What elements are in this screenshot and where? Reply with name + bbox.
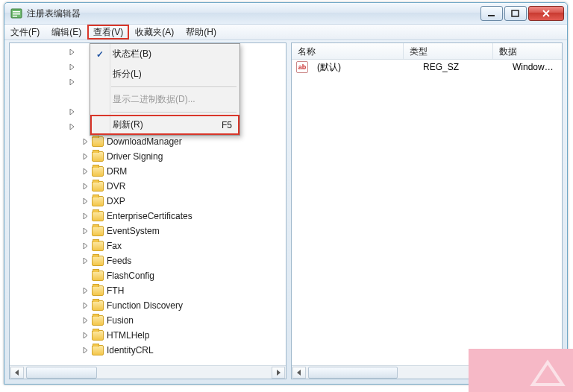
expand-arrow-icon[interactable] — [81, 301, 90, 310]
tree-item[interactable]: DXP — [10, 194, 286, 209]
tree-item[interactable]: DRM — [10, 164, 286, 179]
folder-icon — [92, 181, 104, 192]
expand-arrow-icon[interactable] — [68, 63, 77, 72]
tree-item-label: Feeds — [107, 256, 131, 266]
expand-arrow-icon[interactable] — [81, 167, 90, 176]
tree-item[interactable]: FTH — [10, 283, 286, 298]
expand-arrow-icon[interactable] — [81, 152, 90, 161]
menu-refresh[interactable]: 刷新(R) F5 — [90, 115, 239, 135]
tree-view[interactable]: DownloadManager Driver Signing DRM DVR D… — [10, 43, 286, 365]
tree-item[interactable]: Fax — [10, 238, 286, 253]
expand-arrow-icon[interactable] — [68, 107, 77, 116]
menu-view[interactable]: 查看(V) — [87, 25, 129, 39]
tree-item-label: EventSystem — [107, 226, 160, 236]
scroll-thumb[interactable] — [308, 367, 398, 379]
folder-icon — [92, 241, 104, 251]
regedit-app-icon — [10, 7, 22, 19]
expand-arrow-icon[interactable] — [81, 256, 90, 265]
expand-arrow-icon[interactable] — [81, 197, 90, 206]
folder-icon — [92, 345, 104, 355]
tree-item[interactable]: DownloadManager — [10, 134, 286, 149]
folder-icon — [92, 300, 104, 311]
column-header-data[interactable]: 数据 — [493, 43, 562, 59]
expand-arrow-icon[interactable] — [81, 137, 90, 146]
tree-item[interactable]: Function Discovery — [10, 298, 286, 313]
list-body[interactable]: ab (默认) REG_SZ Windows Med — [292, 60, 562, 365]
list-row[interactable]: ab (默认) REG_SZ Windows Med — [292, 60, 562, 75]
scroll-left-button[interactable] — [292, 367, 306, 379]
menu-favorites[interactable]: 收藏夹(A) — [129, 25, 180, 39]
expand-arrow-icon[interactable] — [68, 78, 77, 86]
scroll-right-button[interactable] — [272, 367, 285, 379]
titlebar[interactable]: 注册表编辑器 — [4, 3, 567, 24]
menu-edit[interactable]: 编辑(E) — [46, 25, 87, 39]
expand-arrow-icon[interactable] — [81, 182, 90, 191]
tree-item-label: IdentityCRL — [107, 345, 154, 355]
folder-icon — [92, 211, 104, 221]
folder-icon — [92, 196, 104, 206]
tree-item-label: Fax — [107, 241, 122, 251]
tree-item[interactable]: Feeds — [10, 253, 286, 268]
close-button[interactable] — [528, 6, 564, 21]
tree-item[interactable]: EventSystem — [10, 224, 286, 238]
folder-icon — [92, 315, 104, 326]
expand-arrow-icon[interactable] — [81, 286, 90, 295]
menu-status-bar[interactable]: ✓ 状态栏(B) — [90, 44, 239, 64]
menu-file[interactable]: 文件(F) — [4, 25, 46, 39]
tree-item[interactable]: HTMLHelp — [10, 328, 286, 343]
menu-shortcut: F5 — [222, 120, 232, 130]
tree-item[interactable]: Fusion — [10, 313, 286, 328]
tree-item-label: HTMLHelp — [107, 330, 149, 341]
expand-arrow-icon[interactable] — [81, 212, 90, 221]
tree-item[interactable]: Driver Signing — [10, 149, 286, 164]
svg-rect-2 — [13, 13, 20, 15]
cell-data: Windows Med — [507, 62, 562, 72]
view-menu-dropdown: ✓ 状态栏(B) 拆分(L) 显示二进制数据(D)... 刷新(R) — [90, 43, 240, 136]
scroll-thumb[interactable] — [26, 367, 97, 379]
maximize-button[interactable] — [504, 6, 527, 21]
cell-name: (默认) — [311, 61, 417, 74]
expand-arrow-icon[interactable] — [81, 241, 90, 250]
minimize-button[interactable] — [480, 6, 503, 21]
folder-icon — [92, 285, 104, 296]
menu-item-label: 刷新(R) — [113, 118, 143, 131]
tree-item-label: DXP — [107, 196, 125, 206]
expand-arrow-icon[interactable] — [81, 331, 90, 340]
menu-item-label: 拆分(L) — [113, 68, 142, 80]
tree-horizontal-scrollbar[interactable] — [10, 365, 286, 379]
tree-item[interactable]: EnterpriseCertificates — [10, 209, 286, 224]
menubar: 文件(F) 编辑(E) 查看(V) 收藏夹(A) 帮助(H) — [4, 24, 567, 40]
folder-icon — [92, 226, 104, 236]
tree-item[interactable]: IdentityCRL — [10, 343, 286, 358]
window-title: 注册表编辑器 — [27, 7, 81, 20]
tree-item[interactable]: DVR — [10, 179, 286, 194]
folder-icon — [92, 330, 104, 341]
column-header-type[interactable]: 类型 — [404, 43, 493, 59]
svg-rect-4 — [488, 15, 495, 16]
column-header-name[interactable]: 名称 — [292, 43, 404, 59]
expand-arrow-icon[interactable] — [81, 316, 90, 325]
menu-item-label: 显示二进制数据(D)... — [113, 93, 195, 106]
watermark-overlay — [469, 349, 573, 392]
tree-item-label: DRM — [107, 166, 127, 177]
tree-item-label: Driver Signing — [107, 151, 163, 162]
check-icon: ✓ — [96, 49, 104, 60]
expand-arrow-icon[interactable] — [68, 122, 77, 131]
folder-icon — [92, 151, 104, 162]
expand-arrow-icon[interactable] — [68, 48, 77, 57]
expand-arrow-icon[interactable] — [81, 346, 90, 355]
menu-display-binary: 显示二进制数据(D)... — [90, 89, 239, 110]
svg-rect-3 — [13, 16, 17, 17]
menu-split[interactable]: 拆分(L) — [90, 64, 239, 84]
svg-rect-1 — [13, 11, 20, 13]
value-list-pane: 名称 类型 数据 ab (默认) REG_SZ Windows Med — [291, 42, 563, 379]
tree-pane: DownloadManager Driver Signing DRM DVR D… — [9, 42, 286, 379]
window-frame: 注册表编辑器 文件(F) 编辑(E) 查看(V) 收藏夹(A) 帮助(H) — [4, 2, 568, 385]
scroll-left-button[interactable] — [10, 367, 24, 379]
tree-item-label: DVR — [107, 181, 125, 192]
menu-item-label: 状态栏(B) — [113, 48, 151, 60]
expand-arrow-icon[interactable] — [81, 227, 90, 235]
menu-help[interactable]: 帮助(H) — [180, 25, 222, 39]
menu-separator — [111, 112, 237, 113]
tree-item[interactable]: FlashConfig — [10, 268, 286, 283]
